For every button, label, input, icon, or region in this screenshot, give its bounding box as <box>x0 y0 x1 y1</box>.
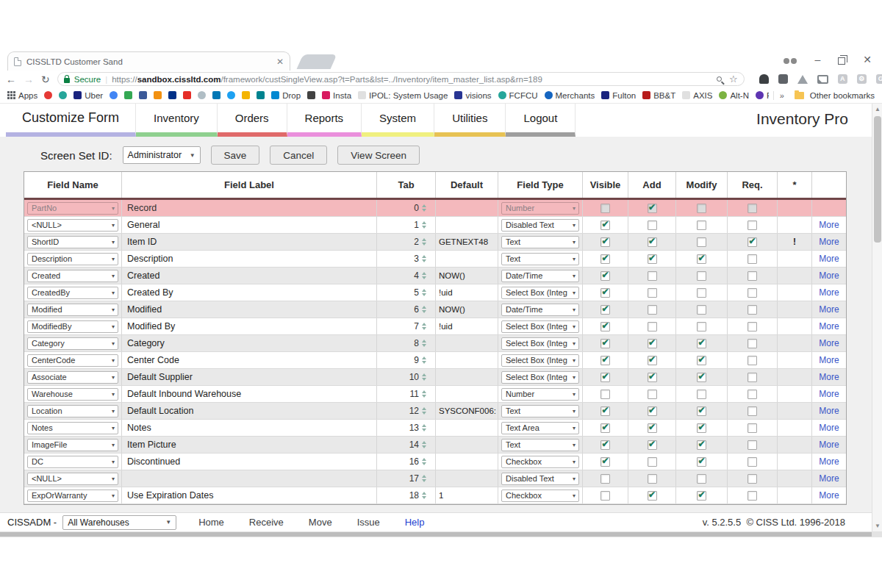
add-checkbox[interactable] <box>648 288 657 298</box>
window-close-button[interactable]: ✕ <box>863 53 872 66</box>
footer-link-receive[interactable]: Receive <box>249 517 284 528</box>
add-checkbox[interactable] <box>648 373 657 382</box>
field-select[interactable]: Select Box (Integ▾ <box>501 287 579 299</box>
modify-checkbox[interactable] <box>697 423 706 433</box>
window-minimize-button[interactable]: – <box>814 53 820 66</box>
nav-tab-logout[interactable]: Logout <box>506 104 576 137</box>
more-link[interactable]: More <box>819 440 839 450</box>
reload-icon[interactable]: ↻ <box>41 74 50 85</box>
bookmark-item[interactable]: Uber <box>74 91 103 100</box>
nav-tab-inventory[interactable]: Inventory <box>136 104 218 137</box>
screen-set-select[interactable]: Administrator ▼ <box>123 146 201 164</box>
bookmark-item[interactable]: FCFCU <box>498 91 538 100</box>
bookmark-item[interactable]: BB&T <box>642 91 675 100</box>
req-checkbox[interactable] <box>747 322 757 331</box>
field-select[interactable]: Select Box (Integ▾ <box>501 320 579 333</box>
apps-shortcut[interactable]: Apps <box>7 91 37 100</box>
add-checkbox[interactable] <box>648 220 657 230</box>
more-link[interactable]: More <box>819 220 839 230</box>
visible-checkbox[interactable] <box>600 271 610 281</box>
footer-link-help[interactable]: Help <box>405 517 425 528</box>
forward-icon[interactable]: → <box>24 74 34 85</box>
cast-icon[interactable] <box>817 75 828 84</box>
bookmark-item[interactable] <box>124 91 132 99</box>
add-checkbox[interactable] <box>648 271 657 281</box>
add-checkbox[interactable] <box>648 491 657 501</box>
spinner-icon[interactable] <box>422 306 426 313</box>
add-checkbox[interactable] <box>648 457 657 467</box>
spinner-icon[interactable] <box>422 340 426 347</box>
visible-checkbox[interactable] <box>600 254 610 264</box>
spinner-icon[interactable] <box>422 323 426 330</box>
spinner-icon[interactable] <box>422 390 426 398</box>
modify-checkbox[interactable] <box>697 220 706 230</box>
field-select[interactable]: Location▾ <box>27 405 118 417</box>
add-checkbox[interactable] <box>648 390 657 399</box>
field-select[interactable]: ImageFile▾ <box>27 439 118 451</box>
square-extension-icon[interactable] <box>778 74 788 84</box>
visible-checkbox[interactable] <box>600 390 610 399</box>
field-select[interactable]: Description▾ <box>27 253 118 265</box>
nav-tab-utilities[interactable]: Utilities <box>434 104 506 137</box>
visible-checkbox[interactable] <box>600 220 610 230</box>
field-select[interactable]: Notes▾ <box>27 422 118 434</box>
bookmark-item[interactable] <box>257 91 265 99</box>
bookmark-item[interactable] <box>183 91 191 99</box>
field-select[interactable]: Warehouse▾ <box>27 388 118 401</box>
modify-checkbox[interactable] <box>697 474 706 484</box>
more-link[interactable]: More <box>819 423 839 433</box>
more-link[interactable]: More <box>819 321 839 331</box>
nav-tab-system[interactable]: System <box>362 104 434 137</box>
field-select[interactable]: Text▾ <box>501 439 579 451</box>
visible-checkbox[interactable] <box>600 457 610 467</box>
spinner-icon[interactable] <box>422 289 426 296</box>
more-link[interactable]: More <box>819 355 839 365</box>
field-select[interactable]: PartNo▾ <box>27 202 118 215</box>
more-link[interactable]: More <box>819 304 839 315</box>
bookmark-item[interactable] <box>227 91 235 99</box>
spinner-icon[interactable] <box>422 373 426 381</box>
field-select[interactable]: Disabled Text▾ <box>501 219 579 232</box>
req-checkbox[interactable] <box>747 271 757 281</box>
bookmark-item[interactable]: IPOL: System Usage <box>358 91 448 100</box>
modify-checkbox[interactable] <box>697 305 706 315</box>
bookmark-item[interactable] <box>168 91 176 99</box>
nav-tab-reports[interactable]: Reports <box>287 104 362 137</box>
bookmark-item[interactable] <box>212 91 220 99</box>
field-select[interactable]: <NULL>▾ <box>27 473 118 485</box>
req-checkbox[interactable] <box>747 204 757 213</box>
bookmark-item[interactable]: Fulton <box>601 91 636 100</box>
modify-checkbox[interactable] <box>697 373 706 382</box>
spinner-icon[interactable] <box>422 238 426 245</box>
req-checkbox[interactable] <box>747 474 757 484</box>
field-select[interactable]: Text▾ <box>501 236 579 248</box>
bookmark-item[interactable] <box>198 91 206 99</box>
add-checkbox[interactable] <box>648 356 657 365</box>
field-select[interactable]: Text▾ <box>501 253 579 265</box>
modify-checkbox[interactable] <box>697 440 706 450</box>
drive-triangle-icon[interactable] <box>797 75 808 84</box>
bookmark-item[interactable] <box>154 91 162 99</box>
field-select[interactable]: Select Box (Integ▾ <box>501 337 579 350</box>
bookmark-item[interactable]: AXIS <box>682 91 712 100</box>
req-checkbox[interactable] <box>747 305 757 315</box>
scroll-down-icon[interactable]: ▼ <box>872 521 882 531</box>
view-screen-button[interactable]: View Screen <box>337 146 420 165</box>
spinner-icon[interactable] <box>422 255 426 262</box>
modify-checkbox[interactable] <box>697 457 706 467</box>
field-select[interactable]: Checkbox▾ <box>501 490 579 502</box>
more-link[interactable]: More <box>819 270 839 281</box>
visible-checkbox[interactable] <box>600 356 610 365</box>
req-checkbox[interactable] <box>747 339 757 348</box>
tab-close-icon[interactable]: ✕ <box>276 57 284 66</box>
field-select[interactable]: Associate▾ <box>27 371 118 384</box>
search-icon[interactable] <box>717 76 722 82</box>
modify-checkbox[interactable] <box>697 288 706 298</box>
req-checkbox[interactable] <box>747 220 757 230</box>
visible-checkbox[interactable] <box>600 423 610 433</box>
field-select[interactable]: ExpOrWarranty▾ <box>27 490 118 502</box>
more-link[interactable]: More <box>819 338 839 348</box>
bookmark-item[interactable]: Merchants <box>545 91 595 100</box>
bookmark-item[interactable]: Alt-N <box>719 91 749 100</box>
req-checkbox[interactable] <box>747 457 757 467</box>
